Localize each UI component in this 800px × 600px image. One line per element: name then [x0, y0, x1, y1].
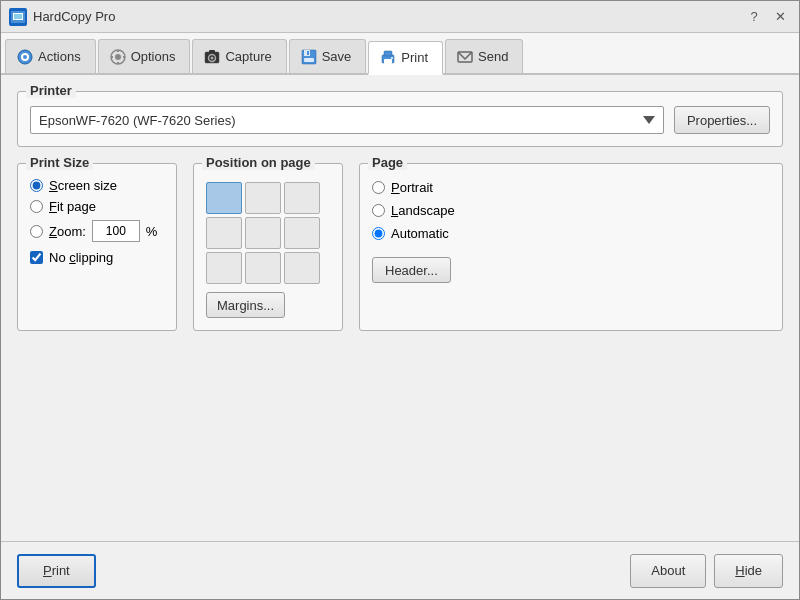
properties-button[interactable]: Properties... [674, 106, 770, 134]
landscape-row: Landscape [372, 203, 770, 218]
portrait-row: Portrait [372, 180, 770, 195]
tab-print-label: Print [401, 50, 428, 65]
app-title: HardCopy Pro [33, 9, 115, 24]
svg-rect-2 [14, 14, 22, 19]
grid-cell-1[interactable] [245, 182, 281, 214]
screen-size-row: Screen size [30, 178, 164, 193]
zoom-label[interactable]: Zoom: [49, 224, 86, 239]
grid-cell-6[interactable] [206, 252, 242, 284]
tab-save[interactable]: Save [289, 39, 367, 73]
send-icon [456, 48, 474, 66]
tab-send-label: Send [478, 49, 508, 64]
tab-send[interactable]: Send [445, 39, 523, 73]
automatic-radio[interactable] [372, 227, 385, 240]
fit-page-label[interactable]: Fit page [49, 199, 96, 214]
svg-point-23 [391, 57, 393, 59]
no-clipping-row: No clipping [30, 250, 164, 265]
tab-options[interactable]: Options [98, 39, 191, 73]
svg-rect-22 [384, 59, 392, 64]
main-content: Printer EpsonWF-7620 (WF-7620 Series) Pr… [1, 75, 799, 347]
app-icon [9, 8, 27, 26]
zoom-unit: % [146, 224, 158, 239]
fit-page-radio[interactable] [30, 200, 43, 213]
printer-group: Printer EpsonWF-7620 (WF-7620 Series) Pr… [17, 91, 783, 147]
screen-size-label[interactable]: Screen size [49, 178, 117, 193]
bottom-left: Print [17, 554, 96, 588]
margins-button[interactable]: Margins... [206, 292, 285, 318]
tab-actions-label: Actions [38, 49, 81, 64]
tab-print[interactable]: Print [368, 41, 443, 75]
grid-cell-2[interactable] [284, 182, 320, 214]
page-title: Page [368, 155, 407, 170]
save-icon [300, 48, 318, 66]
print-size-title: Print Size [26, 155, 93, 170]
bottom-bar: Print About Hide [1, 541, 799, 599]
grid-cell-4[interactable] [245, 217, 281, 249]
tab-actions[interactable]: Actions [5, 39, 96, 73]
grid-cell-3[interactable] [206, 217, 242, 249]
title-controls: ? ✕ [743, 6, 791, 28]
options-icon [109, 48, 127, 66]
grid-cell-5[interactable] [284, 217, 320, 249]
actions-icon [16, 48, 34, 66]
no-clipping-label[interactable]: No clipping [49, 250, 113, 265]
svg-point-7 [115, 54, 121, 60]
svg-rect-15 [209, 50, 215, 53]
position-title: Position on page [202, 155, 315, 170]
print-icon [379, 49, 397, 67]
landscape-radio[interactable] [372, 204, 385, 217]
svg-rect-19 [307, 51, 309, 55]
about-button[interactable]: About [630, 554, 706, 588]
header-button[interactable]: Header... [372, 257, 451, 283]
printer-select[interactable]: EpsonWF-7620 (WF-7620 Series) [30, 106, 664, 134]
fit-page-row: Fit page [30, 199, 164, 214]
portrait-radio[interactable] [372, 181, 385, 194]
tab-save-label: Save [322, 49, 352, 64]
grid-cell-0[interactable] [206, 182, 242, 214]
position-group: Position on page Margins... [193, 163, 343, 331]
tab-capture-label: Capture [225, 49, 271, 64]
bottom-right: About Hide [630, 554, 783, 588]
hide-button[interactable]: Hide [714, 554, 783, 588]
title-bar: HardCopy Pro ? ✕ [1, 1, 799, 33]
svg-rect-18 [304, 58, 314, 62]
print-button[interactable]: Print [17, 554, 96, 588]
close-button[interactable]: ✕ [769, 6, 791, 28]
toolbar: Actions Options [1, 33, 799, 75]
tab-capture[interactable]: Capture [192, 39, 286, 73]
automatic-label[interactable]: Automatic [391, 226, 449, 241]
automatic-row: Automatic [372, 226, 770, 241]
landscape-label[interactable]: Landscape [391, 203, 455, 218]
tab-options-label: Options [131, 49, 176, 64]
svg-point-14 [211, 56, 214, 59]
grid-cell-8[interactable] [284, 252, 320, 284]
svg-point-5 [23, 55, 27, 59]
capture-icon [203, 48, 221, 66]
no-clipping-checkbox[interactable] [30, 251, 43, 264]
zoom-radio[interactable] [30, 225, 43, 238]
zoom-input[interactable]: 100 [92, 220, 140, 242]
printer-group-title: Printer [26, 83, 76, 98]
portrait-label[interactable]: Portrait [391, 180, 433, 195]
grid-cell-7[interactable] [245, 252, 281, 284]
options-row: Print Size Screen size Fit page Zoom: [17, 163, 783, 331]
zoom-row: Zoom: 100 % [30, 220, 164, 242]
screen-size-radio[interactable] [30, 179, 43, 192]
position-grid [206, 182, 330, 284]
help-button[interactable]: ? [743, 6, 765, 28]
svg-rect-21 [384, 51, 392, 56]
print-size-group: Print Size Screen size Fit page Zoom: [17, 163, 177, 331]
page-group: Page Portrait Landscape Automat [359, 163, 783, 331]
